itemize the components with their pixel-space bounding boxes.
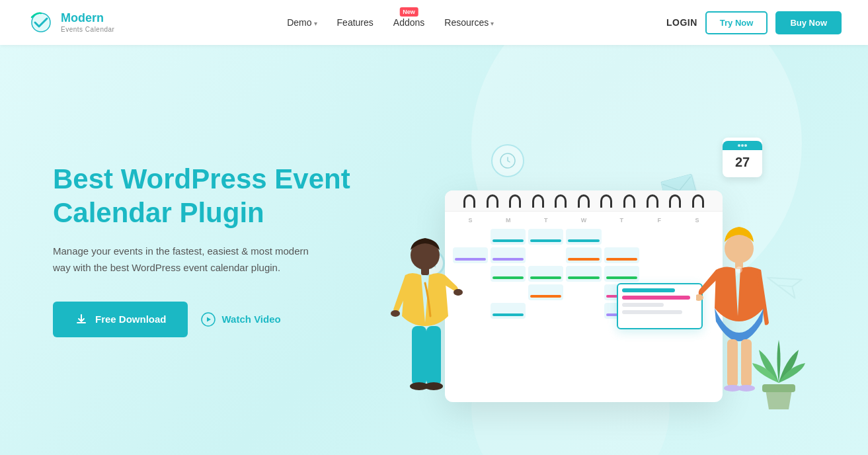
calendar-day-number: 27 bbox=[735, 150, 750, 174]
navigation: Modern Events Calendar Demo▾ Features Ne… bbox=[0, 0, 868, 45]
nav-links: Demo▾ Features New Addons Resources▾ bbox=[287, 17, 494, 28]
calendar-rings bbox=[445, 190, 723, 212]
float-calendar-widget: 27 bbox=[723, 138, 762, 177]
cal-day-t: T bbox=[528, 217, 563, 224]
ring bbox=[647, 194, 658, 208]
hero-title-line1: Best WordPress Event bbox=[53, 163, 350, 194]
cal-row-1 bbox=[453, 229, 715, 245]
calendar-header: S M T W T F S bbox=[445, 212, 723, 226]
svg-point-4 bbox=[741, 144, 744, 147]
watch-label: Watch Video bbox=[222, 313, 281, 325]
cal-cell bbox=[491, 247, 526, 263]
highlight-line-4 bbox=[622, 310, 682, 314]
svg-rect-19 bbox=[727, 339, 738, 387]
cal-cell bbox=[566, 229, 601, 245]
ring bbox=[487, 194, 498, 208]
person1-illustration bbox=[385, 230, 465, 415]
svg-point-5 bbox=[744, 144, 747, 147]
svg-rect-23 bbox=[762, 384, 795, 392]
ring bbox=[509, 194, 521, 208]
ring bbox=[463, 194, 475, 208]
svg-point-18 bbox=[696, 294, 703, 301]
cal-day-s2: S bbox=[680, 217, 715, 224]
cal-cell bbox=[642, 229, 677, 245]
hero-title: Best WordPress Event Calendar Plugin bbox=[53, 163, 370, 229]
cal-row-2 bbox=[453, 247, 715, 263]
cal-cell bbox=[528, 303, 563, 319]
login-button[interactable]: LOGIN bbox=[666, 17, 697, 28]
cal-day-f: F bbox=[642, 217, 677, 224]
nav-link-demo[interactable]: Demo▾ bbox=[287, 17, 317, 28]
hero-content: Best WordPress Event Calendar Plugin Man… bbox=[53, 163, 370, 337]
plant-decoration bbox=[749, 337, 809, 422]
ring bbox=[555, 194, 567, 208]
logo-subtitle: Events Calendar bbox=[61, 26, 114, 34]
play-icon bbox=[201, 312, 216, 327]
cal-cell bbox=[642, 266, 677, 282]
svg-point-17 bbox=[736, 267, 742, 273]
cal-cell bbox=[604, 229, 639, 245]
ring bbox=[578, 194, 590, 208]
cal-cell bbox=[566, 284, 601, 300]
svg-point-9 bbox=[391, 310, 400, 317]
hero-buttons: Free Download Watch Video bbox=[53, 302, 370, 337]
download-label: Free Download bbox=[95, 313, 167, 325]
try-now-button[interactable]: Try Now bbox=[705, 11, 768, 34]
calendar-highlight-box bbox=[617, 283, 703, 329]
nav-link-addons[interactable]: Addons bbox=[393, 17, 424, 28]
free-download-button[interactable]: Free Download bbox=[53, 302, 188, 337]
nav-link-resources[interactable]: Resources▾ bbox=[444, 17, 494, 28]
svg-point-10 bbox=[454, 289, 463, 296]
cal-cell bbox=[491, 303, 526, 319]
logo-modern-text: Modern bbox=[61, 11, 114, 26]
float-calendar-top bbox=[723, 141, 762, 150]
ring bbox=[692, 194, 704, 208]
cal-cell bbox=[604, 247, 639, 263]
cal-cell bbox=[642, 247, 677, 263]
nav-right: LOGIN Try Now Buy Now bbox=[666, 11, 842, 34]
cal-cell bbox=[491, 229, 526, 245]
cal-cell bbox=[566, 266, 601, 282]
buy-now-button[interactable]: Buy Now bbox=[775, 11, 842, 34]
cal-day-m: M bbox=[491, 217, 526, 224]
highlight-line-1 bbox=[622, 288, 675, 292]
cal-row-3 bbox=[453, 266, 715, 282]
svg-rect-12 bbox=[426, 326, 441, 386]
svg-point-14 bbox=[424, 382, 443, 390]
nav-item-demo[interactable]: Demo▾ bbox=[287, 17, 317, 28]
addons-badge: New bbox=[399, 7, 418, 17]
nav-item-resources[interactable]: Resources▾ bbox=[444, 17, 494, 28]
hero-illustration: 27 bbox=[370, 45, 815, 455]
ring bbox=[600, 194, 612, 208]
cal-cell bbox=[604, 266, 639, 282]
logo-icon bbox=[26, 8, 56, 37]
hero-description: Manage your events in the fastest, easie… bbox=[53, 243, 331, 276]
cal-cell bbox=[528, 284, 563, 300]
cal-day-s: S bbox=[453, 217, 488, 224]
download-icon bbox=[74, 312, 89, 327]
ring bbox=[623, 194, 635, 208]
nav-link-features[interactable]: Features bbox=[337, 17, 374, 28]
nav-item-features[interactable]: Features bbox=[337, 17, 374, 28]
cal-cell bbox=[491, 266, 526, 282]
cal-cell bbox=[566, 247, 601, 263]
highlight-line-3 bbox=[622, 303, 664, 307]
svg-rect-8 bbox=[421, 267, 429, 275]
hero-section: Best WordPress Event Calendar Plugin Man… bbox=[0, 45, 868, 455]
svg-point-3 bbox=[738, 144, 740, 147]
highlight-line-2 bbox=[622, 296, 690, 300]
calendar-illustration: 27 bbox=[392, 138, 802, 442]
logo[interactable]: Modern Events Calendar bbox=[26, 8, 114, 37]
cal-cell bbox=[528, 266, 563, 282]
watch-video-button[interactable]: Watch Video bbox=[201, 312, 281, 327]
cal-day-t2: T bbox=[604, 217, 639, 224]
cal-day-w: W bbox=[566, 217, 601, 224]
svg-rect-11 bbox=[412, 326, 426, 386]
cal-cell bbox=[528, 229, 563, 245]
nav-item-addons[interactable]: New Addons bbox=[393, 17, 424, 28]
ring bbox=[532, 194, 544, 208]
cal-cell bbox=[566, 303, 601, 319]
cal-cell bbox=[491, 284, 526, 300]
svg-point-15 bbox=[725, 234, 754, 263]
ring bbox=[669, 194, 681, 208]
